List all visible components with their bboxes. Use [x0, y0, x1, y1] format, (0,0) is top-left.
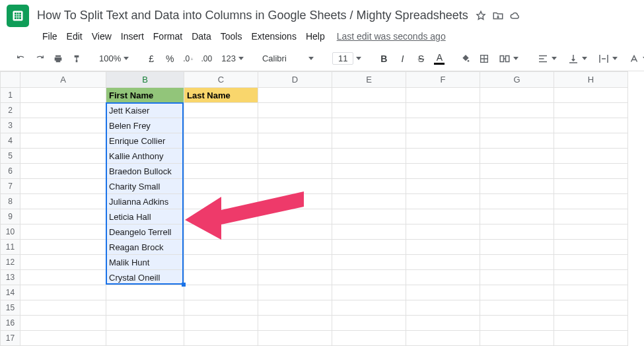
text-color-button[interactable]: A [431, 50, 447, 67]
col-header-a[interactable]: A [20, 72, 106, 88]
more-formats-button[interactable]: 123 [217, 53, 248, 63]
cell[interactable] [20, 133, 106, 149]
cell[interactable] [480, 285, 554, 300]
merge-cells-button[interactable] [495, 53, 522, 65]
font-size-select[interactable]: 11 [328, 52, 365, 65]
cell[interactable] [332, 133, 406, 149]
cell[interactable]: Reagan Brock [106, 240, 184, 255]
undo-button[interactable] [13, 50, 29, 67]
cell[interactable] [20, 255, 106, 270]
cell[interactable] [184, 300, 258, 316]
borders-button[interactable] [476, 50, 492, 67]
italic-button[interactable]: I [394, 50, 410, 67]
cell[interactable] [184, 255, 258, 270]
fill-color-button[interactable] [458, 50, 474, 67]
row-header[interactable]: 7 [1, 179, 20, 194]
menu-data[interactable]: Data [188, 30, 215, 43]
cell[interactable] [554, 225, 628, 240]
cell[interactable]: Julianna Adkins [106, 194, 184, 209]
cell[interactable] [20, 149, 106, 164]
row-header[interactable]: 12 [1, 255, 20, 270]
cell[interactable] [480, 331, 554, 346]
cell[interactable] [258, 240, 332, 255]
decrease-decimal-button[interactable]: .0 [180, 50, 196, 67]
cell[interactable] [554, 88, 628, 103]
cell[interactable] [406, 331, 480, 346]
menu-file[interactable]: File [38, 30, 61, 43]
cell[interactable] [554, 255, 628, 270]
font-select[interactable]: Calibri [258, 53, 318, 63]
cell[interactable] [258, 133, 332, 149]
cell[interactable] [106, 316, 184, 331]
cell[interactable] [20, 118, 106, 133]
col-header-b[interactable]: B [106, 72, 184, 88]
row-header[interactable]: 10 [1, 225, 20, 240]
cell[interactable] [332, 194, 406, 209]
cell[interactable]: Kallie Anthony [106, 149, 184, 164]
row-header[interactable]: 2 [1, 103, 20, 118]
move-icon[interactable] [492, 10, 504, 22]
cell[interactable]: Deangelo Terrell [106, 225, 184, 240]
cell[interactable] [332, 225, 406, 240]
cell[interactable] [332, 300, 406, 316]
cell[interactable] [332, 316, 406, 331]
cell[interactable] [554, 133, 628, 149]
increase-decimal-button[interactable]: .00 [199, 50, 215, 67]
cell[interactable] [184, 209, 258, 225]
menu-view[interactable]: View [88, 30, 116, 43]
print-button[interactable] [50, 50, 66, 67]
cell[interactable] [258, 164, 332, 179]
cell[interactable] [332, 255, 406, 270]
cell[interactable] [20, 88, 106, 103]
sheets-logo[interactable] [7, 5, 29, 27]
row-header[interactable]: 1 [1, 88, 20, 103]
cell[interactable] [332, 118, 406, 133]
cell[interactable] [406, 316, 480, 331]
cell[interactable] [258, 316, 332, 331]
col-header-e[interactable]: E [332, 72, 406, 88]
cell[interactable]: Malik Hunt [106, 255, 184, 270]
cell[interactable] [554, 331, 628, 346]
cell[interactable]: Belen Frey [106, 118, 184, 133]
cell[interactable] [406, 118, 480, 133]
cell[interactable] [480, 300, 554, 316]
selection-handle[interactable] [182, 283, 186, 287]
row-header[interactable]: 17 [1, 331, 20, 346]
cell[interactable] [20, 164, 106, 179]
cell[interactable] [480, 103, 554, 118]
cell[interactable] [480, 240, 554, 255]
menu-format[interactable]: Format [149, 30, 186, 43]
cell[interactable] [554, 118, 628, 133]
cell[interactable] [554, 149, 628, 164]
cell[interactable] [20, 285, 106, 300]
cell[interactable] [406, 209, 480, 225]
cell[interactable] [332, 179, 406, 194]
cell[interactable] [258, 225, 332, 240]
cell[interactable] [406, 270, 480, 285]
cell[interactable]: Enrique Collier [106, 133, 184, 149]
cell[interactable] [406, 225, 480, 240]
cell[interactable] [554, 300, 628, 316]
cell[interactable]: Jett Kaiser [106, 103, 184, 118]
cell[interactable] [106, 300, 184, 316]
cell[interactable] [554, 270, 628, 285]
cell[interactable] [406, 164, 480, 179]
menu-extensions[interactable]: Extensions [247, 30, 300, 43]
cell[interactable]: First Name [106, 88, 184, 103]
cell[interactable]: Crystal Oneill [106, 270, 184, 285]
cell[interactable] [480, 88, 554, 103]
cell[interactable] [332, 285, 406, 300]
cell[interactable] [480, 133, 554, 149]
cell[interactable] [258, 118, 332, 133]
cell[interactable] [480, 209, 554, 225]
cell[interactable] [184, 225, 258, 240]
cell[interactable] [20, 331, 106, 346]
row-header[interactable]: 14 [1, 285, 20, 300]
cell[interactable] [184, 240, 258, 255]
cell[interactable] [332, 88, 406, 103]
strikethrough-button[interactable]: S [413, 50, 429, 67]
cell[interactable] [406, 240, 480, 255]
cell[interactable] [480, 255, 554, 270]
cell[interactable] [184, 331, 258, 346]
cell[interactable] [20, 270, 106, 285]
